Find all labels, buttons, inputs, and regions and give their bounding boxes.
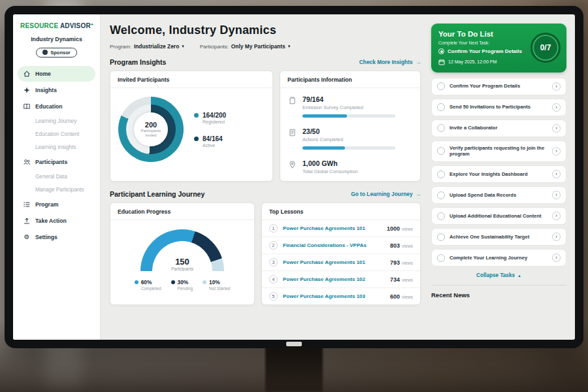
chevron-right-icon[interactable]: › — [552, 170, 561, 178]
card-title: Education Progress — [110, 203, 254, 220]
info-value: 1,000 GWh — [302, 159, 358, 167]
task-checkbox[interactable] — [437, 82, 445, 90]
sponsor-icon — [42, 50, 48, 55]
task-checkbox[interactable] — [437, 124, 445, 132]
task-checkbox[interactable] — [437, 233, 445, 241]
lesson-link[interactable]: Power Purchase Agreements 102 — [283, 276, 385, 282]
main-content: Welcome, Industry Dynamics Program: Indu… — [101, 14, 430, 340]
sidebar-item-participants[interactable]: Participants — [18, 154, 95, 170]
legend-item-completed: 60% Completed — [135, 279, 161, 291]
chevron-right-icon[interactable]: › — [552, 233, 561, 241]
legend-item-not-started: 10% Not Started — [203, 279, 230, 291]
sidebar-item-program[interactable]: Program — [18, 197, 95, 212]
participants-filter-value: Only My Participants — [231, 43, 286, 50]
progress-bar — [302, 146, 395, 150]
legend-dot-light — [203, 280, 206, 284]
task-item[interactable]: Explore Your Insights Dashboard › — [431, 165, 566, 183]
chevron-right-icon[interactable]: › — [552, 82, 561, 91]
link-label: Go to Learning Journey — [351, 191, 412, 197]
info-label: Total Global Consumption — [302, 169, 358, 174]
sidebar-item-education-content[interactable]: Education Content — [18, 128, 95, 140]
task-checkbox[interactable] — [437, 147, 445, 155]
task-checkbox[interactable] — [437, 212, 445, 220]
task-checkbox[interactable] — [437, 103, 445, 111]
views-count: 734 — [390, 276, 400, 283]
sidebar-item-manage-participants[interactable]: Manage Participants — [18, 184, 95, 196]
sidebar-item-general-data[interactable]: General Data — [18, 171, 95, 183]
legend-label: Completed — [141, 286, 161, 291]
chevron-right-icon[interactable]: › — [552, 147, 561, 155]
lesson-row: 3 Power Purchase Agreements 101 793views — [262, 254, 420, 271]
logo-plus: + — [91, 22, 93, 27]
views-suffix: views — [402, 244, 413, 248]
sidebar-item-education[interactable]: Education — [18, 99, 95, 114]
task-item[interactable]: Upload Spend Data Records › — [431, 186, 566, 204]
invited-card-body: 200 Participants Invited 164/200 Registe — [110, 88, 272, 171]
chevron-down-icon: ▾ — [288, 44, 291, 49]
section-title-program-insights: Program Insights — [110, 58, 166, 66]
program-filter-value: Industrialize Zero — [134, 43, 179, 50]
sponsor-badge: Sponsor — [36, 48, 76, 57]
task-item[interactable]: Upload Additional Educational Content › — [431, 207, 566, 225]
views-count: 793 — [390, 259, 400, 266]
sidebar-item-learning-journey[interactable]: Learning Journey — [18, 115, 95, 127]
task-label: Confirm Your Program Details — [449, 83, 547, 90]
task-item[interactable]: Verify participants requesting to join t… — [431, 140, 566, 163]
gauge-center-label: Participants — [140, 267, 224, 271]
legend-label: Active — [203, 143, 223, 148]
sidebar-item-insights[interactable]: Insights — [18, 82, 95, 98]
task-checkbox[interactable] — [437, 191, 445, 199]
program-filter-dropdown[interactable]: Program: Industrialize Zero ▾ — [110, 43, 184, 50]
dashboard-screen: RESOURCE ADVISOR+ Industry Dynamics Spon… — [13, 14, 575, 340]
chevron-right-icon[interactable]: › — [552, 103, 561, 112]
sidebar-item-learning-insights[interactable]: Learning Insights — [18, 141, 95, 154]
logo-text-secondary: ADVISOR — [60, 22, 91, 29]
participants-filter-dropdown[interactable]: Participants: Only My Participants ▾ — [200, 43, 290, 50]
sidebar-item-home[interactable]: Home — [18, 66, 95, 82]
info-value: 23/50 — [302, 127, 395, 135]
lesson-link[interactable]: Power Purchase Agreements 103 — [283, 293, 385, 299]
chevron-up-icon: ▲ — [517, 274, 521, 278]
arrow-right-icon: → — [416, 59, 421, 65]
views-suffix: views — [402, 278, 413, 282]
lesson-link[interactable]: Power Purchase Agreements 101 — [283, 259, 385, 265]
card-title: Invited Participants — [110, 71, 272, 88]
legend-item-pending: 30% Pending — [171, 279, 193, 291]
lesson-link[interactable]: Power Purchase Agreements 101 — [283, 225, 382, 231]
task-label: Upload Spend Data Records — [449, 192, 547, 199]
task-item[interactable]: Confirm Your Program Details › — [431, 78, 566, 95]
task-checkbox[interactable] — [437, 254, 445, 262]
chevron-right-icon[interactable]: › — [552, 124, 561, 133]
views-count: 803 — [390, 242, 400, 249]
task-label: Upload Additional Educational Content — [449, 213, 547, 220]
task-item[interactable]: Achieve One Sustainability Target › — [431, 228, 566, 246]
lesson-link[interactable]: Financial Considerations - VPPAs — [283, 242, 385, 248]
chevron-right-icon[interactable]: › — [552, 253, 561, 262]
lesson-row: 5 Power Purchase Agreements 103 600views — [262, 288, 420, 304]
go-to-learning-journey-link[interactable]: Go to Learning Journey → — [351, 191, 421, 197]
task-checkbox[interactable] — [437, 171, 445, 178]
task-counter-badge: 0/7 — [531, 33, 561, 63]
check-more-insights-link[interactable]: Check More Insights → — [359, 59, 421, 65]
task-item[interactable]: Send 50 Invitations to Participants › — [431, 99, 566, 116]
program-insights-header: Program Insights Check More Insights → — [110, 58, 421, 66]
clipboard-icon — [288, 96, 297, 105]
invited-donut-chart: 200 Participants Invited — [118, 97, 184, 162]
task-item[interactable]: Complete Your Learning Journey › — [431, 249, 566, 267]
list-icon — [23, 201, 31, 208]
progress-bar-fill — [302, 114, 347, 118]
sidebar-item-settings[interactable]: ⚙ Settings — [18, 229, 95, 245]
lesson-views: 734views — [390, 276, 413, 283]
recent-news-header[interactable]: Recent News — [431, 285, 566, 299]
progress-bar-fill — [302, 146, 345, 150]
legend-item-registered: 164/200 Registered — [194, 112, 226, 124]
legend-value: 164/200 — [203, 112, 226, 119]
chevron-right-icon[interactable]: › — [552, 191, 561, 199]
sidebar-item-label: Settings — [35, 234, 57, 240]
chevron-right-icon[interactable]: › — [552, 212, 561, 220]
views-count: 600 — [390, 293, 400, 300]
sidebar-item-take-action[interactable]: Take Action — [18, 213, 95, 229]
task-item[interactable]: Invite a Collaborator › — [431, 120, 566, 137]
collapse-tasks-button[interactable]: Collapse Tasks ▲ — [431, 272, 566, 278]
sidebar: RESOURCE ADVISOR+ Industry Dynamics Spon… — [13, 14, 101, 340]
